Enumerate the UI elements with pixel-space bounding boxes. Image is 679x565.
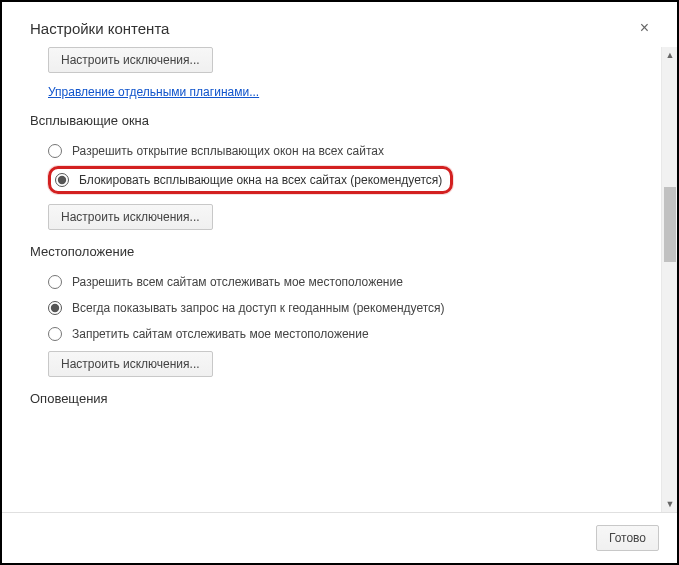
popups-allow-radio[interactable] (48, 144, 62, 158)
popups-exceptions-button[interactable]: Настроить исключения... (48, 204, 213, 230)
notifications-title: Оповещения (30, 391, 637, 406)
plugins-exceptions-button[interactable]: Настроить исключения... (48, 47, 213, 73)
scroll-down-icon[interactable]: ▼ (662, 496, 677, 512)
content-area: Настроить исключения... Управление отдел… (2, 47, 661, 512)
location-allow-radio[interactable] (48, 275, 62, 289)
scrollbar[interactable]: ▲ ▼ (661, 47, 677, 512)
location-exceptions-button[interactable]: Настроить исключения... (48, 351, 213, 377)
dialog-title: Настройки контента (30, 20, 169, 37)
location-allow-row[interactable]: Разрешить всем сайтам отслеживать мое ме… (48, 269, 637, 295)
highlighted-option: Блокировать всплывающие окна на всех сай… (48, 166, 453, 194)
close-icon[interactable]: × (636, 20, 653, 36)
popups-block-radio[interactable] (55, 173, 69, 187)
manage-plugins-link[interactable]: Управление отдельными плагинами... (48, 85, 259, 99)
popups-allow-label: Разрешить открытие всплывающих окон на в… (72, 144, 384, 158)
popups-allow-row[interactable]: Разрешить открытие всплывающих окон на в… (48, 138, 637, 164)
dialog-footer: Готово (2, 512, 677, 563)
location-allow-label: Разрешить всем сайтам отслеживать мое ме… (72, 275, 403, 289)
popups-title: Всплывающие окна (30, 113, 637, 128)
done-button[interactable]: Готово (596, 525, 659, 551)
scrollbar-thumb[interactable] (664, 187, 676, 262)
location-ask-radio[interactable] (48, 301, 62, 315)
plugins-section: Настроить исключения... Управление отдел… (48, 47, 637, 99)
location-block-label: Запретить сайтам отслеживать мое местопо… (72, 327, 369, 341)
location-ask-row[interactable]: Всегда показывать запрос на доступ к гео… (48, 295, 637, 321)
popups-block-label: Блокировать всплывающие окна на всех сай… (79, 173, 442, 187)
location-section: Местоположение Разрешить всем сайтам отс… (30, 244, 637, 377)
popups-section: Всплывающие окна Разрешить открытие вспл… (30, 113, 637, 230)
location-ask-label: Всегда показывать запрос на доступ к гео… (72, 301, 445, 315)
location-block-row[interactable]: Запретить сайтам отслеживать мое местопо… (48, 321, 637, 347)
location-title: Местоположение (30, 244, 637, 259)
location-block-radio[interactable] (48, 327, 62, 341)
notifications-section: Оповещения (30, 391, 637, 406)
scroll-up-icon[interactable]: ▲ (662, 47, 677, 63)
